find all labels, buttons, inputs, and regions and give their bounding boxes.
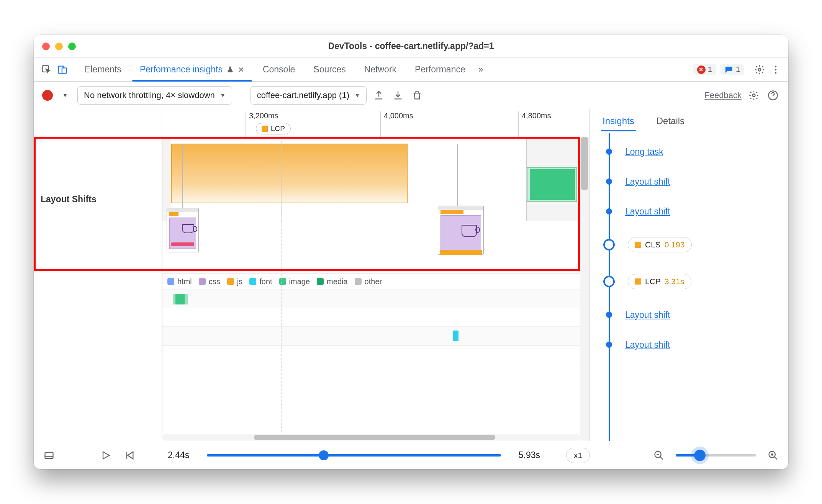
insight-link[interactable]: Layout shift xyxy=(625,340,670,350)
svg-rect-9 xyxy=(45,452,53,458)
import-icon[interactable] xyxy=(391,88,405,102)
tab-performance-insights[interactable]: Performance insights ✕ xyxy=(131,58,254,81)
insights-sidebar: Insights Details Long task Layout shift … xyxy=(589,109,788,441)
playback-speed-button[interactable]: x1 xyxy=(566,448,590,463)
tab-network[interactable]: Network xyxy=(355,58,406,81)
insight-lcp[interactable]: LCP 3.31s xyxy=(603,263,788,300)
tab-label: Performance insights xyxy=(140,64,223,75)
cls-swatch xyxy=(635,242,641,248)
delete-icon[interactable] xyxy=(410,88,424,102)
insight-link[interactable]: Layout shift xyxy=(625,206,670,216)
lcp-label: LCP xyxy=(645,277,661,286)
legend-image: image xyxy=(289,277,310,286)
panel-settings-icon[interactable] xyxy=(747,88,761,102)
filmstrip-thumbnail[interactable] xyxy=(438,206,484,255)
time-range-slider[interactable] xyxy=(207,454,501,457)
tab-label: Performance xyxy=(415,64,465,75)
zoom-out-icon[interactable] xyxy=(652,448,666,462)
tab-elements[interactable]: Elements xyxy=(75,58,131,81)
insight-long-task[interactable]: Long task xyxy=(603,137,788,167)
svg-rect-2 xyxy=(62,68,67,73)
svg-point-4 xyxy=(775,65,777,67)
error-count: 1 xyxy=(708,65,712,74)
tab-label: Sources xyxy=(313,64,346,75)
close-tab-icon[interactable]: ✕ xyxy=(238,65,244,74)
ruler-tick: 4,800ms xyxy=(518,111,551,139)
layout-shifts-track[interactable] xyxy=(162,137,580,221)
cls-label: CLS xyxy=(645,240,661,249)
horizontal-scrollbar[interactable] xyxy=(162,434,580,441)
svg-point-5 xyxy=(775,69,777,70)
flask-icon xyxy=(226,66,234,74)
cls-chip[interactable]: CLS 0.193 xyxy=(628,237,692,252)
play-icon[interactable] xyxy=(99,448,113,462)
lcp-chip[interactable]: LCP 3.31s xyxy=(628,274,691,289)
settings-icon[interactable] xyxy=(752,62,768,78)
chevron-down-icon: ▼ xyxy=(220,92,226,98)
minimize-window-button[interactable] xyxy=(55,43,63,50)
lcp-marker-label: LCP xyxy=(271,124,285,133)
sidebar-tab-details[interactable]: Details xyxy=(655,111,686,131)
layout-shift-block[interactable] xyxy=(171,144,408,203)
kebab-menu-icon[interactable] xyxy=(768,62,784,78)
vertical-scrollbar[interactable] xyxy=(580,137,589,441)
rewind-icon[interactable] xyxy=(123,448,136,462)
inspect-element-icon[interactable] xyxy=(38,62,54,78)
insight-layout-shift[interactable]: Layout shift xyxy=(603,300,788,330)
tracks-area: Layout Shifts xyxy=(34,137,589,441)
error-badge[interactable]: ✕ 1 xyxy=(693,64,716,75)
svg-point-7 xyxy=(753,94,755,97)
zoom-slider[interactable] xyxy=(676,454,756,457)
insight-layout-shift[interactable]: Layout shift xyxy=(603,330,788,360)
ruler-tick: 4,000ms xyxy=(380,111,413,139)
tab-label: Console xyxy=(263,64,295,75)
recording-select[interactable]: coffee-cart.netlify.app (1) ▼ xyxy=(251,86,367,105)
lcp-color-swatch xyxy=(262,126,268,132)
record-options-dropdown[interactable]: ▼ xyxy=(58,88,72,102)
insight-link[interactable]: Layout shift xyxy=(625,310,670,320)
titlebar: DevTools - coffee-cart.netlify.app/?ad=1 xyxy=(34,35,788,58)
chevron-right-icon: » xyxy=(478,64,483,75)
message-count: 1 xyxy=(736,65,740,74)
tab-performance[interactable]: Performance xyxy=(406,58,475,81)
insight-cls[interactable]: CLS 0.193 xyxy=(603,226,788,263)
lcp-marker-chip[interactable]: LCP xyxy=(256,123,291,134)
time-ruler[interactable]: 3,200ms 4,000ms 4,800ms LCP xyxy=(34,109,589,137)
legend-js: js xyxy=(237,277,242,286)
tab-sources[interactable]: Sources xyxy=(304,58,355,81)
insight-link[interactable]: Long task xyxy=(625,147,663,157)
sidebar-tabs: Insights Details xyxy=(589,109,788,133)
zoom-in-icon[interactable] xyxy=(766,448,780,462)
feedback-link[interactable]: Feedback xyxy=(704,90,742,100)
device-toolbar-icon[interactable] xyxy=(54,62,70,78)
network-legend: html css js font image media other xyxy=(162,277,382,286)
tab-console[interactable]: Console xyxy=(254,58,304,81)
legend-css: css xyxy=(209,277,220,286)
svg-point-3 xyxy=(758,68,761,71)
maximize-window-button[interactable] xyxy=(68,43,76,50)
lcp-swatch xyxy=(635,278,641,285)
legend-html: html xyxy=(177,277,192,286)
toggle-screenshots-icon[interactable] xyxy=(42,448,56,462)
insight-layout-shift[interactable]: Layout shift xyxy=(603,196,788,226)
sidebar-tab-insights[interactable]: Insights xyxy=(601,111,636,131)
insights-toolbar: ▼ No network throttling, 4× slowdown ▼ c… xyxy=(34,82,788,109)
insight-link[interactable]: Layout shift xyxy=(625,177,670,187)
devtools-tabstrip: Elements Performance insights ✕ Console … xyxy=(34,58,788,82)
filmstrip-thumbnail[interactable] xyxy=(167,208,199,252)
range-end: 5.93s xyxy=(519,450,540,460)
close-window-button[interactable] xyxy=(42,43,50,50)
record-button[interactable] xyxy=(42,90,53,101)
help-icon[interactable] xyxy=(766,88,780,102)
throttling-label: No network throttling, 4× slowdown xyxy=(84,90,215,100)
legend-other: other xyxy=(365,277,382,286)
throttling-select[interactable]: No network throttling, 4× slowdown ▼ xyxy=(77,86,232,105)
insight-layout-shift[interactable]: Layout shift xyxy=(603,167,788,196)
timeline-panel: 3,200ms 4,000ms 4,800ms LCP Layout Shift… xyxy=(34,109,589,441)
messages-badge[interactable]: 1 xyxy=(720,64,744,75)
layout-shifts-track-label: Layout Shifts xyxy=(41,194,97,205)
export-icon[interactable] xyxy=(372,88,386,102)
range-start: 2.44s xyxy=(168,450,189,460)
more-tabs-button[interactable]: » xyxy=(475,58,487,81)
window-title: DevTools - coffee-cart.netlify.app/?ad=1 xyxy=(34,41,788,51)
